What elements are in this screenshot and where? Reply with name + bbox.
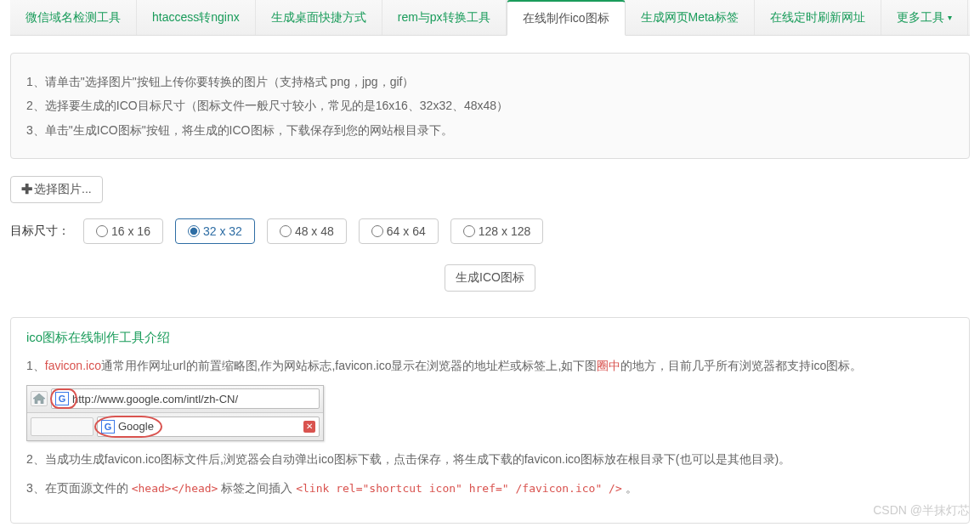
close-icon: ✕ <box>303 421 315 433</box>
size-radio[interactable] <box>188 225 200 237</box>
target-size-row: 目标尺寸： 16 x 1632 x 3248 x 4864 x 64128 x … <box>10 218 970 244</box>
choose-image-button[interactable]: ✚ 选择图片... <box>10 176 103 203</box>
instructions-panel: 1、请单击"选择图片"按钮上传你要转换的图片（支持格式 png，jpg，gif）… <box>10 53 970 159</box>
demo-tab-strip: G Google ✕ <box>27 413 323 440</box>
size-radio[interactable] <box>371 225 383 237</box>
demo-url-field: G http://www.google.com/intl/zh-CN/ <box>51 388 320 409</box>
intro-line-3: 3、在页面源文件的 <head></head> 标签之间插入 <link rel… <box>26 479 954 499</box>
demo-toolbar-spacer <box>31 417 93 436</box>
favicon-icon: G <box>55 392 69 405</box>
intro-line-2: 2、当成功生成favicon.ico图标文件后,浏览器会自动弹出ico图标下载，… <box>26 450 954 470</box>
tab-4[interactable]: 在线制作ico图标 <box>507 0 626 36</box>
tab-6[interactable]: 在线定时刷新网址 <box>755 0 881 35</box>
code-head-tag: <head></head> <box>132 482 218 495</box>
highlight-faviconico: favicon.ico <box>45 359 101 372</box>
size-option-label: 16 x 16 <box>111 224 150 238</box>
favicon-icon: G <box>101 420 115 434</box>
size-option-16x16[interactable]: 16 x 16 <box>83 218 163 244</box>
size-option-32x32[interactable]: 32 x 32 <box>175 218 255 244</box>
highlight-circled: 圈中 <box>597 359 620 372</box>
size-option-64x64[interactable]: 64 x 64 <box>359 218 439 244</box>
size-option-label: 48 x 48 <box>295 224 334 238</box>
chevron-down-icon: ▾ <box>948 13 952 22</box>
intro-title: ico图标在线制作工具介绍 <box>26 330 954 346</box>
size-option-48x48[interactable]: 48 x 48 <box>267 218 347 244</box>
size-option-label: 64 x 64 <box>387 224 426 238</box>
tab-2[interactable]: 生成桌面快捷方式 <box>256 0 382 35</box>
size-option-128x128[interactable]: 128 x 128 <box>450 218 544 244</box>
target-size-label: 目标尺寸： <box>10 224 70 239</box>
intro-line-1: 1、favicon.ico通常用作网址url的前置缩略图,作为网站标志,favi… <box>26 356 954 377</box>
intro-panel: ico图标在线制作工具介绍 1、favicon.ico通常用作网址url的前置缩… <box>10 317 970 523</box>
plus-icon: ✚ <box>21 183 32 196</box>
demo-address-bar: G http://www.google.com/intl/zh-CN/ <box>27 386 323 413</box>
size-radio[interactable] <box>96 225 108 237</box>
generate-ico-button[interactable]: 生成ICO图标 <box>445 264 535 292</box>
demo-browser-tab: G Google ✕ <box>97 416 320 437</box>
code-link-tag: <link rel="shortcut icon" href=" /favico… <box>296 482 622 495</box>
tab-5[interactable]: 生成网页Meta标签 <box>626 0 755 35</box>
home-icon <box>31 391 48 406</box>
tab-3[interactable]: rem与px转换工具 <box>382 0 507 35</box>
demo-url-text: http://www.google.com/intl/zh-CN/ <box>72 393 238 405</box>
instruction-1: 1、请单击"选择图片"按钮上传你要转换的图片（支持格式 png，jpg，gif） <box>26 72 954 91</box>
tab-1[interactable]: htaccess转nginx <box>137 0 256 35</box>
instruction-2: 2、选择要生成的ICO目标尺寸（图标文件一般尺寸较小，常见的是16x16、32x… <box>26 96 954 115</box>
demo-tab-title: Google <box>118 420 154 433</box>
tab-7[interactable]: 更多工具▾ <box>881 0 968 35</box>
size-radio[interactable] <box>463 225 475 237</box>
size-radio[interactable] <box>280 225 292 237</box>
instruction-3: 3、单击"生成ICO图标"按钮，将生成的ICO图标，下载保存到您的网站根目录下。 <box>26 121 954 139</box>
tab-0[interactable]: 微信域名检测工具 <box>10 0 137 35</box>
browser-demo-image: G http://www.google.com/intl/zh-CN/ G Go… <box>26 385 324 441</box>
size-option-label: 32 x 32 <box>203 224 242 238</box>
size-option-label: 128 x 128 <box>479 224 531 238</box>
tool-tabbar: 微信域名检测工具htaccess转nginx生成桌面快捷方式rem与px转换工具… <box>10 0 970 36</box>
choose-image-button-label: 选择图片... <box>34 182 92 197</box>
